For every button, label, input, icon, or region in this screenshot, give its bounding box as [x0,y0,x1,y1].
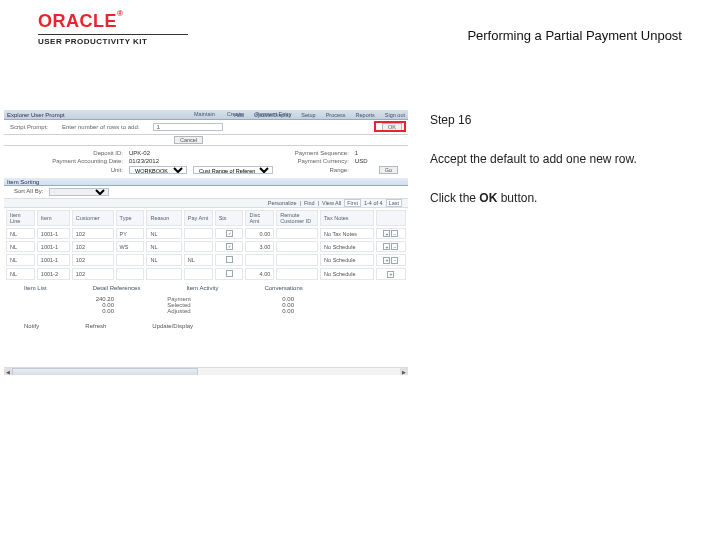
cell-reason[interactable] [146,268,181,280]
cell-tax-notes[interactable]: No Schedule [320,268,374,280]
breadcrumb-item[interactable]: Create [227,111,244,117]
cell-remote-customer[interactable] [276,254,318,266]
delete-row-icon[interactable]: − [391,257,398,264]
breadcrumb-item[interactable]: Maintain [194,111,215,117]
nav-first[interactable]: First [344,199,361,207]
cell-item-line[interactable]: NL [6,254,35,266]
cell-item[interactable]: 1001-2 [37,268,70,280]
prompt-dialog: Script Prompt: Enter number of rows to a… [4,120,408,135]
scroll-left-arrow[interactable] [4,368,12,376]
go-button[interactable]: Go [379,166,398,174]
nav-find[interactable]: Find [304,200,315,206]
cell-tax-notes[interactable]: No Schedule [320,254,374,266]
cell-item-line[interactable]: NL [6,268,35,280]
cell-item[interactable]: 1001-1 [37,254,70,266]
footer-refresh[interactable]: Refresh [85,323,106,329]
footer-notify[interactable]: Notify [24,323,39,329]
cell-customer[interactable]: 102 [72,268,114,280]
cell-type[interactable] [116,268,145,280]
table-row: NL1001-21024.00No Schedule+ [6,268,406,280]
scroll-track[interactable] [12,368,400,376]
nav-last[interactable]: Last [386,199,402,207]
delete-row-icon[interactable]: − [391,230,398,237]
nav-personalize[interactable]: Personalize [268,200,297,206]
cell-reason[interactable]: NL [146,228,181,239]
cell-type[interactable]: WS [116,241,145,252]
scroll-right-arrow[interactable] [400,368,408,376]
cust-range-select[interactable]: Cust Range of References [193,166,273,174]
cell-disc-amt[interactable]: 3.00 [245,241,274,252]
add-row-icon[interactable]: + [387,271,394,278]
cell-remote-customer[interactable] [276,268,318,280]
delete-row-icon[interactable]: − [391,243,398,250]
cancel-button[interactable]: Cancel [174,136,203,144]
cell-item-line[interactable]: NL [6,241,35,252]
sort-row: Sort All By: [4,186,408,198]
cell-select[interactable] [215,254,244,266]
cell-item-line[interactable]: NL [6,228,35,239]
totals-amount-b: 0.00 [244,308,294,314]
horizontal-scrollbar[interactable] [4,367,408,375]
nav-viewall[interactable]: View All [322,200,341,206]
top-nav-item[interactable]: Setup [301,112,315,118]
cell-reason[interactable]: NL [146,254,181,266]
items-grid: Item LineItemCustomerTypeReasonPay AmtSt… [4,208,408,282]
cell-row-action[interactable]: +− [376,241,406,252]
cell-pay-amt[interactable] [184,228,213,239]
link-detail-references[interactable]: Detail References [93,285,141,291]
footer-update-display[interactable]: Update/Display [152,323,193,329]
payment-currency-value: USD [355,158,368,164]
breadcrumb-item[interactable]: Payment Entry [255,111,291,117]
link-item-list[interactable]: Item List [24,285,47,291]
cell-remote-customer[interactable] [276,241,318,252]
nav-count: 1-4 of 4 [364,200,383,206]
top-nav-signout[interactable]: Sign out [385,112,405,118]
range-label: Range: [274,167,349,173]
embedded-app: Explorer User Prompt Maintain Create Pay… [4,110,408,375]
cell-type[interactable]: PY [116,228,145,239]
cell-pay-amt[interactable]: NL [184,254,213,266]
ok-button[interactable]: OK [382,123,402,131]
table-row: NL1001-1102PYNL✓0.00No Tax Notes+− [6,228,406,239]
cell-select[interactable]: ✓ [215,228,244,239]
instruction-line-2: Click the OK button. [430,190,690,207]
unit-select[interactable]: WORKBOOK [129,166,187,174]
cell-item[interactable]: 1001-1 [37,228,70,239]
scroll-thumb[interactable] [12,368,198,376]
cell-disc-amt[interactable]: 0.00 [245,228,274,239]
totals-row: 0.00Adjusted0.00 [54,308,378,314]
cell-tax-notes[interactable]: No Tax Notes [320,228,374,239]
link-item-activity[interactable]: Item Activity [186,285,218,291]
cell-row-action[interactable]: +− [376,228,406,239]
grid-header: Item [37,210,70,226]
cell-disc-amt[interactable] [245,254,274,266]
cell-type[interactable] [116,254,145,266]
cell-select[interactable] [215,268,244,280]
step-label: Step 16 [430,112,690,129]
payment-seq-label: Payment Sequence: [274,150,349,156]
payment-header: Deposit ID:UPK-02 Payment Accounting Dat… [4,146,408,176]
cancel-row: Cancel [4,135,408,146]
add-row-icon[interactable]: + [383,257,390,264]
cell-customer[interactable]: 102 [72,254,114,266]
cell-customer[interactable]: 102 [72,228,114,239]
cell-select[interactable]: ✓ [215,241,244,252]
cell-disc-amt[interactable]: 4.00 [245,268,274,280]
add-row-icon[interactable]: + [383,230,390,237]
cell-row-action[interactable]: +− [376,254,406,266]
add-row-icon[interactable]: + [383,243,390,250]
cell-pay-amt[interactable] [184,241,213,252]
cell-pay-amt[interactable] [184,268,213,280]
grid-header: Type [116,210,145,226]
cell-item[interactable]: 1001-1 [37,241,70,252]
top-nav-item[interactable]: Reports [356,112,375,118]
cell-tax-notes[interactable]: No Schedule [320,241,374,252]
cell-row-action[interactable]: + [376,268,406,280]
rows-input[interactable]: 1 [153,123,223,131]
sort-select[interactable] [49,188,109,196]
link-conversations[interactable]: Conversations [264,285,302,291]
cell-reason[interactable]: NL [146,241,181,252]
top-nav-item[interactable]: Process [326,112,346,118]
cell-remote-customer[interactable] [276,228,318,239]
cell-customer[interactable]: 102 [72,241,114,252]
